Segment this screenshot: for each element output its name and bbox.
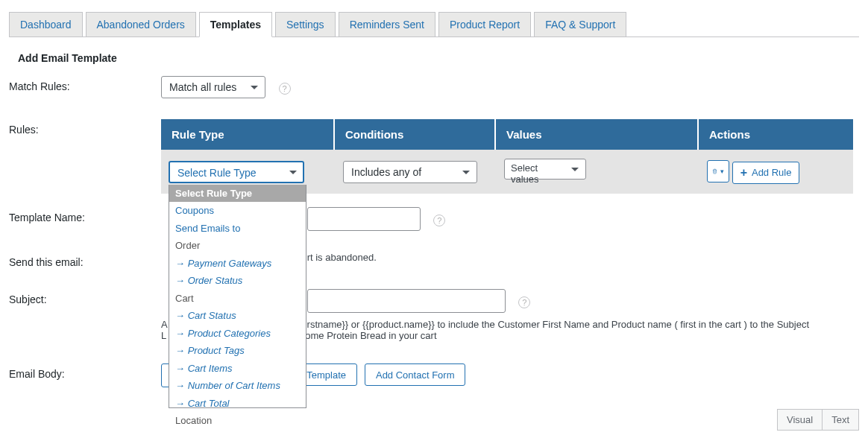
template-name-input[interactable] xyxy=(307,207,421,231)
rules-table: Rule Type Conditions Values Actions Sele… xyxy=(161,119,853,194)
opt-product-categories[interactable]: Product Categories xyxy=(169,325,306,343)
opt-order-status[interactable]: Order Status xyxy=(169,272,306,290)
delete-rule-button[interactable]: ▾ xyxy=(707,160,729,182)
tab-settings[interactable]: Settings xyxy=(275,12,336,37)
opt-cart-total[interactable]: Cart Total xyxy=(169,395,306,413)
rules-label: Rules: xyxy=(9,119,161,136)
tab-dashboard[interactable]: Dashboard xyxy=(9,12,83,37)
opt-order-group: Order xyxy=(169,237,306,255)
page-title: Add Email Template xyxy=(18,52,868,64)
help-icon[interactable]: ? xyxy=(279,83,291,95)
opt-location-group: Location xyxy=(169,412,306,430)
main-tabs: Dashboard Abandoned Orders Templates Set… xyxy=(9,12,859,37)
subject-input[interactable] xyxy=(307,289,506,313)
opt-cart-items[interactable]: Cart Items xyxy=(169,360,306,378)
tab-faq[interactable]: FAQ & Support xyxy=(534,12,626,37)
opt-num-cart-items[interactable]: Number of Cart Items xyxy=(169,377,306,395)
values-select[interactable]: Select values xyxy=(504,159,586,180)
th-conditions: Conditions xyxy=(334,119,495,150)
email-body-label: Email Body: xyxy=(9,363,161,380)
add-rule-button[interactable]: + Add Rule xyxy=(732,162,800,184)
rule-type-dropdown: Select Rule Type Coupons Send Emails to … xyxy=(169,185,306,408)
editor-tabs: Visual Text xyxy=(778,409,859,431)
tab-reminders[interactable]: Reminders Sent xyxy=(339,12,435,37)
match-rules-select[interactable]: Match all rules xyxy=(161,76,265,98)
tab-templates[interactable]: Templates xyxy=(199,12,272,37)
opt-cart-group: Cart xyxy=(169,290,306,308)
opt-placeholder[interactable]: Select Rule Type xyxy=(169,185,306,203)
tab-product-report[interactable]: Product Report xyxy=(438,12,531,37)
conditions-select[interactable]: Includes any of xyxy=(343,161,477,183)
subject-label: Subject: xyxy=(9,289,161,305)
th-rule-type: Rule Type xyxy=(161,119,334,150)
opt-payment-gateways[interactable]: Payment Gateways xyxy=(169,255,306,273)
opt-send-emails[interactable]: Send Emails to xyxy=(169,220,306,238)
opt-product-tags[interactable]: Product Tags xyxy=(169,342,306,360)
th-actions: Actions xyxy=(698,119,853,150)
tab-abandoned-orders[interactable]: Abandoned Orders xyxy=(86,12,196,37)
template-name-label: Template Name: xyxy=(9,207,161,223)
editor-tab-visual[interactable]: Visual xyxy=(777,409,823,431)
add-contact-form-button[interactable]: Add Contact Form xyxy=(365,363,466,386)
send-email-suffix: rt is abandoned. xyxy=(307,247,377,263)
match-rules-label: Match Rules: xyxy=(9,76,161,92)
help-icon[interactable]: ? xyxy=(518,296,530,308)
plus-icon: + xyxy=(740,166,747,180)
th-values: Values xyxy=(495,119,698,150)
send-email-label: Send this email: xyxy=(9,252,161,268)
add-rule-label: Add Rule xyxy=(752,167,791,178)
editor-tab-text[interactable]: Text xyxy=(822,409,859,431)
opt-countries[interactable]: Countries xyxy=(169,430,306,436)
help-icon[interactable]: ? xyxy=(433,215,445,226)
opt-cart-status[interactable]: Cart Status xyxy=(169,307,306,325)
opt-coupons[interactable]: Coupons xyxy=(169,202,306,220)
rule-row: Select Rule Type Select Rule Type Coupon… xyxy=(161,150,853,194)
rule-type-select[interactable]: Select Rule Type xyxy=(169,161,304,183)
trash-icon xyxy=(712,166,717,177)
